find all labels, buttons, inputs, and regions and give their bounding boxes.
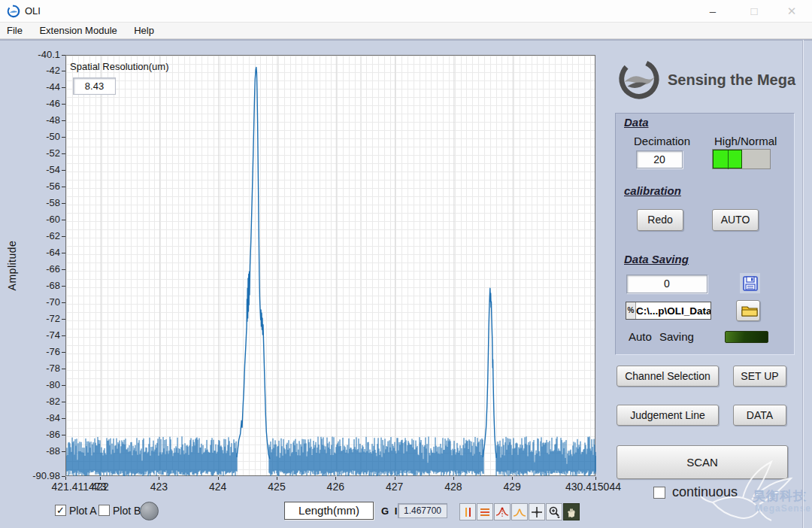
tick-mark (62, 319, 65, 320)
save-path-field[interactable]: % C:\...p\OLI_Data (626, 302, 711, 320)
tick-mark (62, 55, 65, 56)
tick-mark (62, 236, 65, 237)
auto-button[interactable]: AUTO (712, 209, 759, 231)
zoom-icon[interactable] (546, 503, 562, 520)
browse-folder-button[interactable] (736, 300, 760, 321)
tick-label: -90.98 (15, 470, 60, 481)
tick-label: 426 (327, 481, 344, 493)
peak-search-icon[interactable] (511, 503, 528, 520)
scan-button[interactable]: SCAN (617, 445, 788, 479)
vertical-cursors-icon[interactable] (459, 503, 476, 520)
auto-saving-label: Auto Saving (629, 330, 694, 343)
tick-label: 425 (268, 481, 285, 493)
gi-value-field[interactable]: 1.467700 (398, 503, 447, 518)
tick-label: -80 (15, 379, 60, 390)
tick-mark (62, 203, 65, 204)
brand-logo-icon (617, 57, 661, 101)
tick-label: -86 (15, 429, 60, 440)
check-icon: ✓ (56, 505, 65, 516)
peak-cursor-icon[interactable] (494, 503, 511, 520)
tick-mark (65, 477, 66, 480)
status-knob[interactable] (140, 502, 159, 520)
window-title: OLI (25, 5, 41, 17)
graph-palette (459, 503, 580, 520)
menu-bar: File Extension Module Help (0, 23, 812, 39)
tick-label: -44 (15, 81, 60, 93)
tick-label: -70 (15, 296, 60, 308)
calibration-section-title: calibration (624, 184, 681, 197)
close-button[interactable]: ✕ (774, 0, 809, 23)
tick-label: -68 (15, 280, 60, 291)
crosshair-icon[interactable] (529, 503, 545, 520)
maximize-icon: □ (750, 5, 757, 17)
data-button[interactable]: DATA (733, 405, 786, 426)
tick-label: -42 (15, 65, 60, 76)
menu-file[interactable]: File (0, 23, 29, 38)
path-type-icon: % (626, 302, 636, 319)
tick-label: 424 (209, 481, 226, 493)
tick-label: -84 (15, 412, 60, 423)
close-icon: ✕ (787, 5, 797, 17)
tick-mark (62, 451, 65, 452)
tick-mark (512, 477, 513, 480)
tick-label: -58 (15, 197, 60, 208)
tick-mark (62, 418, 65, 419)
tick-mark (62, 385, 65, 386)
signal-plot[interactable] (65, 55, 595, 476)
minimize-button[interactable]: – (695, 0, 730, 23)
y-axis-title: Amplitude (6, 241, 18, 291)
brand-tagline: Sensing the Mega (668, 71, 795, 89)
high-normal-slider[interactable] (712, 149, 771, 169)
tick-label: -40.1 (15, 49, 60, 60)
tick-mark (277, 477, 277, 480)
tick-mark (62, 87, 65, 88)
maximize-button[interactable]: □ (737, 0, 771, 23)
tick-mark (62, 302, 65, 303)
tick-mark (395, 477, 395, 480)
menu-help[interactable]: Help (127, 23, 161, 38)
length-units-selector[interactable]: Length(mm) (284, 502, 374, 520)
spatial-resolution-label: Spatial Resolution(um) (70, 61, 169, 72)
watermark-company-cn: 昊衡科技 (753, 487, 807, 505)
menu-extension-module[interactable]: Extension Module (32, 23, 123, 38)
plot-a-checkbox[interactable]: ✓ (55, 505, 66, 516)
tick-mark (62, 369, 65, 369)
tick-mark (62, 269, 65, 270)
tick-mark (62, 335, 65, 336)
tick-label: -88 (15, 445, 60, 457)
panel-right-edge (802, 40, 804, 528)
tick-label: -60 (15, 214, 60, 225)
continuous-checkbox[interactable] (653, 487, 665, 499)
pan-icon[interactable] (563, 503, 580, 520)
tick-mark (62, 435, 65, 435)
tick-mark (62, 137, 65, 138)
redo-button[interactable]: Redo (637, 209, 683, 231)
tick-label: -82 (15, 396, 60, 407)
continuous-label: continuous (672, 484, 738, 500)
tick-label: -52 (15, 147, 60, 159)
save-path-text: C:\...p\OLI_Data (636, 305, 710, 317)
tick-mark (62, 220, 65, 220)
signal-plot-canvas (66, 56, 596, 477)
tick-mark (62, 120, 65, 121)
tick-mark (100, 477, 101, 480)
plot-a-label: Plot A (69, 505, 97, 517)
tick-label: 428 (444, 481, 462, 493)
setup-button[interactable]: SET UP (733, 366, 786, 387)
tick-label: 430.415044 (565, 481, 621, 493)
save-button[interactable] (740, 273, 760, 293)
title-bar: OLI – □ ✕ (0, 0, 812, 23)
channel-selection-button[interactable]: Channel Selection (617, 366, 719, 387)
horizontal-cursors-icon[interactable] (477, 503, 493, 520)
tick-label: -48 (15, 114, 60, 126)
minimize-icon: – (710, 5, 716, 17)
save-counter-field[interactable]: 0 (626, 275, 707, 293)
tick-label: -46 (15, 98, 60, 109)
auto-saving-led[interactable] (725, 331, 768, 343)
plot-b-checkbox[interactable] (98, 505, 110, 516)
judgement-line-button[interactable]: Judgement Line (617, 405, 719, 426)
decimation-field[interactable]: 20 (636, 150, 683, 168)
app-logo-icon (7, 5, 20, 18)
tick-mark (62, 104, 65, 105)
tick-label: -62 (15, 230, 60, 241)
